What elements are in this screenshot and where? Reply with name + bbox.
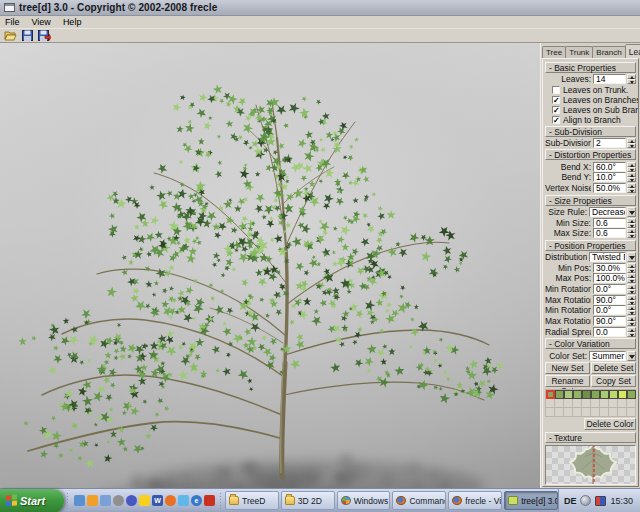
bend-x-field[interactable]: 60.0°: [593, 162, 626, 172]
max-pos-field[interactable]: 100.0%: [593, 273, 626, 283]
spinner-down-button[interactable]: [627, 268, 636, 273]
word-icon[interactable]: W: [152, 495, 163, 506]
sub-divisions-field[interactable]: 2: [593, 138, 626, 148]
tab-trunk[interactable]: Trunk: [565, 46, 593, 58]
color-swatch[interactable]: [591, 390, 600, 399]
show-desktop-icon[interactable]: [74, 495, 85, 506]
color-swatch[interactable]: [600, 390, 609, 399]
section-header-size-properties[interactable]: - Size Properties: [545, 195, 636, 206]
spinner-down-button[interactable]: [627, 310, 636, 315]
firefox-icon[interactable]: [165, 495, 176, 506]
copy-set-button[interactable]: Copy Set: [591, 375, 636, 387]
color-set-field[interactable]: Summer: [589, 351, 626, 361]
tab-leaf[interactable]: Leaf: [625, 44, 640, 58]
language-indicator[interactable]: DE: [564, 496, 577, 506]
spinner-down-button[interactable]: [627, 289, 636, 294]
ie-icon[interactable]: e: [191, 495, 202, 506]
property-row-radial-spread: Radial Spread:0.0: [545, 327, 636, 338]
checkbox-leaves-on-branches[interactable]: ✓: [552, 96, 560, 104]
max-rotation-x-field[interactable]: 90.0°: [593, 295, 626, 305]
new-set-button[interactable]: New Set: [545, 362, 590, 374]
color-set-dropdown-button[interactable]: [627, 351, 636, 361]
taskbar-button-label: Windows Medi...: [354, 496, 391, 506]
taskbar-button-3d-2d[interactable]: 3D 2D: [281, 491, 335, 510]
taskbar-button-treed[interactable]: TreeD: [225, 491, 279, 510]
taskbar-button-windows-medi[interactable]: Windows Medi...: [337, 491, 391, 510]
leaf-texture-preview[interactable]: [545, 445, 636, 485]
size-rule-dropdown-button[interactable]: [627, 207, 636, 217]
winamp-icon[interactable]: [139, 495, 150, 506]
rename-set-button[interactable]: Rename Set: [545, 375, 590, 387]
export-file-icon[interactable]: [38, 30, 51, 41]
spinner-down-button[interactable]: [627, 300, 636, 305]
empty-swatch-cell: [618, 408, 627, 417]
size-rule-field[interactable]: Decrease: [589, 207, 626, 217]
section-header-color-variation[interactable]: - Color Variation: [545, 338, 636, 349]
spinner-down-button[interactable]: [627, 233, 636, 238]
color-swatch[interactable]: [564, 390, 573, 399]
window-title: tree[d] 3.0 - Copyright © 2002-2008 frec…: [19, 2, 217, 13]
spinner-down-button[interactable]: [627, 143, 636, 148]
spinner-down-button[interactable]: [627, 167, 636, 172]
tab-tree[interactable]: Tree: [542, 46, 566, 58]
open-file-icon[interactable]: [4, 30, 17, 41]
color-swatch[interactable]: [573, 390, 582, 399]
spinner-down-button[interactable]: [627, 332, 636, 337]
spinner-down-button[interactable]: [627, 177, 636, 182]
color-swatch[interactable]: [627, 390, 636, 399]
menu-file[interactable]: File: [5, 17, 20, 27]
taskbar-button-command-and[interactable]: Command and...: [392, 491, 446, 510]
section-header-basic-properties[interactable]: - Basic Properties: [545, 62, 636, 73]
mail-icon[interactable]: [87, 495, 98, 506]
explorer-icon[interactable]: [100, 495, 111, 506]
color-swatch[interactable]: [618, 390, 627, 399]
color-swatch[interactable]: [609, 390, 618, 399]
checkbox-align-to-branch[interactable]: ✓: [552, 116, 560, 124]
spinner-down-button[interactable]: [627, 321, 636, 326]
section-header-sub-division[interactable]: - Sub-Division: [545, 126, 636, 137]
color-swatch[interactable]: [546, 390, 555, 399]
min-rotation-x-field[interactable]: 0.0°: [593, 284, 626, 294]
distribution-dropdown-button[interactable]: [627, 252, 636, 262]
taskband-grip[interactable]: [219, 492, 223, 510]
empty-swatch-cell: [600, 399, 609, 408]
music-icon[interactable]: [204, 495, 215, 506]
tray-update-icon[interactable]: [580, 495, 591, 506]
checkbox-leaves-on-sub-branches[interactable]: ✓: [552, 106, 560, 114]
vertex-noise-field[interactable]: 50.0%: [593, 183, 626, 193]
section-header-position-properties[interactable]: - Position Properties: [545, 240, 636, 251]
menu-help[interactable]: Help: [63, 17, 82, 27]
quicklaunch-grip[interactable]: [66, 492, 70, 510]
bend-y-field[interactable]: 10.0°: [593, 172, 626, 182]
tray-display-icon[interactable]: [595, 496, 606, 506]
start-button[interactable]: Start: [0, 489, 64, 512]
taskbar-button-frecle-view-t[interactable]: frecle - View t...: [448, 491, 502, 510]
max-rotation-y-field[interactable]: 90.0°: [593, 316, 626, 326]
save-file-icon[interactable]: [22, 30, 33, 41]
delete-color-button[interactable]: Delete Color: [584, 418, 636, 430]
radial-spread-field[interactable]: 0.0: [593, 327, 626, 337]
leaves-field[interactable]: 14: [593, 74, 626, 84]
taskbar-button-tree-d-3-0-c[interactable]: tree[d] 3.0 - C...: [504, 491, 558, 510]
section-header-texture[interactable]: - Texture: [545, 432, 636, 443]
menu-view[interactable]: View: [32, 17, 51, 27]
min-size-field[interactable]: 0.6: [593, 218, 626, 228]
spinner-down-button[interactable]: [627, 188, 636, 193]
checkbox-leaves-on-trunk[interactable]: [552, 86, 560, 94]
color-swatch[interactable]: [555, 390, 564, 399]
messenger-icon[interactable]: [178, 495, 189, 506]
spinner-down-button[interactable]: [627, 223, 636, 228]
volume-icon[interactable]: [113, 495, 124, 506]
spinner-down-button[interactable]: [627, 79, 636, 84]
min-rotation-y-field[interactable]: 0.0°: [593, 305, 626, 315]
viewport-3d[interactable]: [0, 43, 540, 488]
media-icon[interactable]: [126, 495, 137, 506]
tab-branch[interactable]: Branch: [592, 46, 625, 58]
min-pos-field[interactable]: 30.0%: [593, 263, 626, 273]
spinner-down-button[interactable]: [627, 278, 636, 283]
max-size-field[interactable]: 0.6: [593, 228, 626, 238]
distribution-field[interactable]: Twisted Pair: [589, 252, 626, 262]
delete-set-button[interactable]: Delete Set: [591, 362, 636, 374]
section-header-distortion-properties[interactable]: - Distortion Properties: [545, 149, 636, 160]
color-swatch[interactable]: [582, 390, 591, 399]
